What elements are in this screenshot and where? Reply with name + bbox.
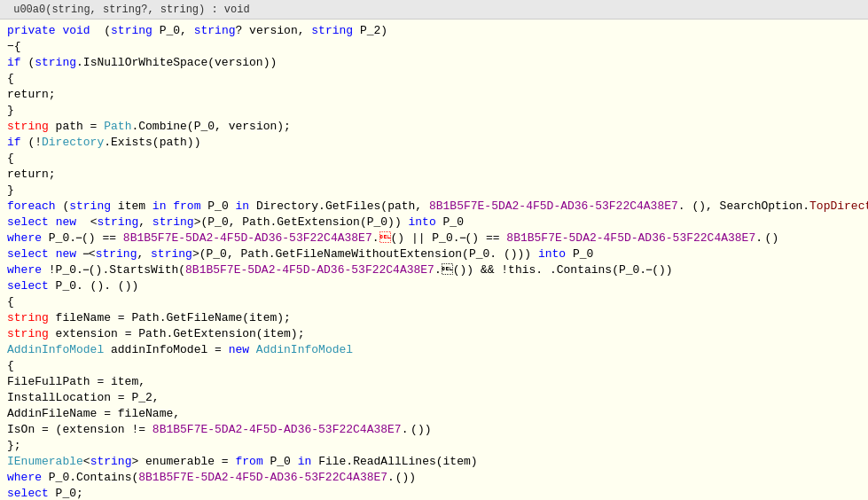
code-line: string fileName = Path.GetFileName(item)… (0, 310, 868, 326)
code-content: string extension = Path.GetExtension(ite… (7, 326, 861, 342)
code-line: string path = Path.Combine(P_0, version)… (0, 119, 868, 135)
code-content: { (7, 358, 861, 374)
code-line: string extension = Path.GetExtension(ite… (0, 326, 868, 342)
code-content: where P_0.Contains(8B1B5F7E-5DA2-4F5D-AD… (7, 470, 861, 486)
code-content: }; (7, 438, 861, 454)
code-line: if (!Directory.Exists(path)) (0, 135, 868, 151)
code-line: −{ (0, 39, 868, 55)
code-content: AddinInfoModel addinInfoModel = new Addi… (7, 342, 861, 358)
code-content: return; (7, 167, 861, 183)
title-bar: u00a0(string, string?, string) : void (0, 0, 868, 20)
code-line: where !P_0. ().StartsWith(8B1B5F7E-5DA2-… (0, 262, 868, 278)
code-line: { (0, 358, 868, 374)
code-content: where !P_0. ().StartsWith(8B1B5F7E-5DA2-… (7, 262, 861, 278)
code-content: { (7, 294, 861, 310)
code-line: foreach (string item in from P_0 in Dire… (0, 199, 868, 215)
code-content: FileFullPath = item, (7, 374, 861, 390)
code-line: return; (0, 87, 868, 103)
code-content: IsOn = (extension != 8B1B5F7E-5DA2-4F5D-… (7, 422, 861, 438)
code-content: AddinFileName = fileName, (7, 406, 861, 422)
code-line: private void (string P_0, string? versio… (0, 23, 868, 39)
code-line: select new <string, string>(P_0, Path.Ge… (0, 215, 868, 230)
code-line: return; (0, 167, 868, 183)
code-content: { (7, 151, 861, 167)
code-content: select P_0; (7, 486, 861, 500)
code-content: if (string.IsNullOrWhiteSpace(version)) (7, 55, 861, 71)
code-content: private void (string P_0, string? versio… (7, 23, 861, 39)
code-content: select P_0. (). ()) (7, 278, 861, 294)
code-content: where P_0. () == 8B1B5F7E-5DA2-4F5D-AD36… (7, 230, 861, 246)
code-line: { (0, 294, 868, 310)
code-line: } (0, 103, 868, 119)
code-line: select P_0; (0, 486, 868, 500)
code-content: } (7, 103, 861, 119)
title-label: u00a0(string, string?, string) : void (7, 4, 250, 16)
code-line: } (0, 183, 868, 199)
code-content: −{ (7, 39, 861, 55)
code-line: FileFullPath = item, (0, 374, 868, 390)
code-content: InstallLocation = P_2, (7, 390, 861, 406)
code-content: IEnumerable<string> enumerable = from P_… (7, 454, 861, 470)
code-line: where P_0.Contains(8B1B5F7E-5DA2-4F5D-AD… (0, 470, 868, 486)
code-line: select P_0. (). ()) (0, 278, 868, 294)
code-content: select new <string, string>(P_0, Path.Ge… (7, 246, 861, 262)
code-content: string path = Path.Combine(P_0, version)… (7, 119, 861, 135)
code-content: if (!Directory.Exists(path)) (7, 135, 861, 151)
code-content: string fileName = Path.GetFileName(item)… (7, 310, 861, 326)
code-content: return; (7, 87, 861, 103)
code-area: private void (string P_0, string? versio… (0, 20, 868, 500)
code-line: InstallLocation = P_2, (0, 390, 868, 406)
code-line: where P_0. () == 8B1B5F7E-5DA2-4F5D-AD36… (0, 230, 868, 246)
code-line: { (0, 71, 868, 87)
code-content: { (7, 71, 861, 87)
code-line: if (string.IsNullOrWhiteSpace(version)) (0, 55, 868, 71)
code-content: } (7, 183, 861, 199)
code-line: AddinInfoModel addinInfoModel = new Addi… (0, 342, 868, 358)
code-line: IsOn = (extension != 8B1B5F7E-5DA2-4F5D-… (0, 422, 868, 438)
code-content: select new <string, string>(P_0, Path.Ge… (7, 215, 861, 230)
code-line: AddinFileName = fileName, (0, 406, 868, 422)
code-line: select new <string, string>(P_0, Path.Ge… (0, 246, 868, 262)
code-line: { (0, 151, 868, 167)
code-line: }; (0, 438, 868, 454)
code-line: IEnumerable<string> enumerable = from P_… (0, 454, 868, 470)
code-content: foreach (string item in from P_0 in Dire… (7, 199, 868, 215)
